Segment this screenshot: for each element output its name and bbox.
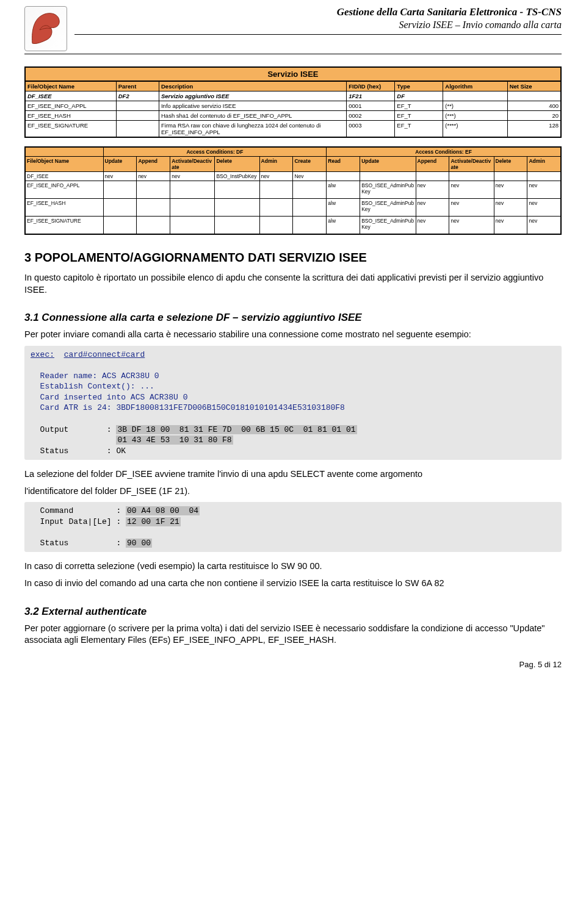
region-logo-icon xyxy=(24,6,67,51)
code-line: Establish Context(): ... xyxy=(40,382,154,391)
col: File/Object Name xyxy=(25,157,103,172)
col: Append xyxy=(137,157,170,172)
col: Create xyxy=(293,157,327,172)
code-block-select: Command : 00 A4 08 00 04 Input Data|[Le]… xyxy=(24,502,562,552)
col: Admin xyxy=(259,157,293,172)
col-desc: Description xyxy=(159,81,346,91)
cell: BSO_InstPubKey xyxy=(215,172,259,181)
cell: DF2 xyxy=(116,91,159,101)
cell: alw xyxy=(327,217,360,235)
cell: BSO_ISEE_AdminPubKey xyxy=(360,181,416,199)
col: Update xyxy=(360,157,416,172)
col-size: Net Size xyxy=(507,81,561,91)
cell: EF_ISEE_HASH xyxy=(25,111,116,121)
section-3-1-para: Per poter inviare comandi alla carta è n… xyxy=(24,329,562,341)
header-title: Gestione della Carta Sanitaria Elettroni… xyxy=(74,6,562,18)
ac-ef-row: EF_ISEE_INFO_APPL alw BSO_ISEE_AdminPubK… xyxy=(25,181,561,199)
code-line: Reader name: ACS ACR38U 0 xyxy=(40,371,159,381)
col-name: File/Object Name xyxy=(25,81,116,91)
cell: nev xyxy=(416,199,449,217)
section-3-heading: 3 POPOLAMENTO/AGGIORNAMENTO DATI SERVIZI… xyxy=(24,251,562,265)
code-value: 00 A4 08 00 04 xyxy=(126,506,200,515)
section-df: Access Conditions: DF xyxy=(103,147,327,157)
cell: (****) xyxy=(443,121,507,138)
access-conditions-table: Access Conditions: DF Access Conditions:… xyxy=(24,146,562,235)
cell xyxy=(507,91,561,101)
cell xyxy=(116,121,159,138)
col-alg: Algorithm xyxy=(443,81,507,91)
cell: Hash sha1 del contenuto di EF_ISEE_INFO_… xyxy=(159,111,346,121)
cell: 0001 xyxy=(347,101,395,111)
table-caption: Servizio ISEE xyxy=(24,66,562,81)
cell: 0003 xyxy=(347,121,395,138)
col: Read xyxy=(327,157,360,172)
code-label: Input Data|[Le] : xyxy=(40,517,121,526)
cell: EF_T xyxy=(395,121,443,138)
cell: nev xyxy=(170,172,215,181)
page-footer: Pag. 5 di 12 xyxy=(24,660,562,669)
cell xyxy=(116,111,159,121)
cell: BSO_ISEE_AdminPubKey xyxy=(360,217,416,235)
code-label: exec: xyxy=(31,350,54,359)
cell: 0002 xyxy=(347,111,395,121)
cell: nev xyxy=(527,199,561,217)
col-type: Type xyxy=(395,81,443,91)
cell: 20 xyxy=(507,111,561,121)
section-3-2-heading: 3.2 External authenticate xyxy=(24,606,562,618)
cell: nev xyxy=(416,181,449,199)
cell: EF_ISEE_INFO_APPL xyxy=(25,181,103,199)
cell: nev xyxy=(259,172,293,181)
section-3-2-para: Per poter aggiornare (o scrivere per la … xyxy=(24,623,562,646)
col: Delete xyxy=(494,157,527,172)
col: Delete xyxy=(215,157,259,172)
code-label: Command xyxy=(40,506,74,515)
col: Admin xyxy=(527,157,561,172)
servizio-isee-table: Servizio ISEE File/Object Name Parent De… xyxy=(24,66,562,138)
section-ef: Access Conditions: EF xyxy=(327,147,561,157)
col: Update xyxy=(103,157,137,172)
code-value: 12 00 1F 21 xyxy=(126,517,181,526)
code-value: 90 00 xyxy=(126,539,152,548)
cell: EF_T xyxy=(395,101,443,111)
page-header: Gestione della Carta Sanitaria Elettroni… xyxy=(24,0,562,54)
cell: EF_T xyxy=(395,111,443,121)
cell: 128 xyxy=(507,121,561,138)
cell: alw xyxy=(327,199,360,217)
header-subtitle: Servizio ISEE – Invio comando alla carta xyxy=(74,20,562,30)
blank-corner xyxy=(25,147,103,157)
cell: nev xyxy=(527,181,561,199)
cell: Servizio aggiuntivo ISEE xyxy=(159,91,346,101)
para-select-2: l'identificatore del folder DF_ISEE (1F … xyxy=(24,485,562,498)
code-label: Output xyxy=(40,425,69,434)
section-3-1-heading: 3.1 Connessione alla carta e selezione D… xyxy=(24,312,562,324)
code-value: 3B DF 18 00 81 31 FE 7D 00 6B 15 0C 01 8… xyxy=(116,425,356,434)
cell: nev xyxy=(137,172,170,181)
ac-ef-row: EF_ISEE_HASH alw BSO_ISEE_AdminPubKey ne… xyxy=(25,199,561,217)
code-cmd: card#connect#card xyxy=(64,350,145,359)
cell: EF_ISEE_INFO_APPL xyxy=(25,101,116,111)
col: Activate/Deactivate xyxy=(449,157,494,172)
cell: nev xyxy=(494,199,527,217)
cell: alw xyxy=(327,181,360,199)
cell: nev xyxy=(494,217,527,235)
cell: nev xyxy=(449,217,494,235)
table-header-row: File/Object Name Parent Description FID/… xyxy=(25,81,561,91)
code-label: Status xyxy=(40,446,69,456)
cell: nev xyxy=(449,199,494,217)
col: Activate/Deactivate xyxy=(170,157,215,172)
code-value: 01 43 4E 53 10 31 80 F8 xyxy=(116,435,233,445)
cell: nev xyxy=(494,181,527,199)
code-label: Status xyxy=(40,539,69,548)
cell: Firma RSA raw con chiave di lunghezza 10… xyxy=(159,121,346,138)
cell: Nev xyxy=(293,172,327,181)
cell: nev xyxy=(416,217,449,235)
cell: EF_ISEE_HASH xyxy=(25,199,103,217)
cell xyxy=(443,91,507,101)
cell: nev xyxy=(449,181,494,199)
code-value: OK xyxy=(116,446,126,456)
cell: DF xyxy=(395,91,443,101)
col: Append xyxy=(416,157,449,172)
col-parent: Parent xyxy=(116,81,159,91)
cell: EF_ISEE_SIGNATURE xyxy=(25,217,103,235)
table-row: EF_ISEE_INFO_APPL Info applicative servi… xyxy=(25,101,561,111)
